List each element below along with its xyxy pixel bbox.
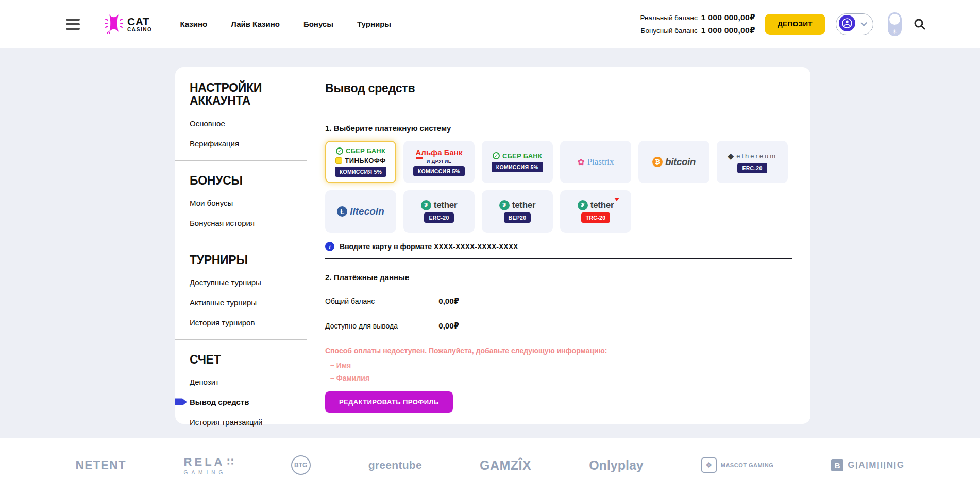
payment-method-tether-erc20[interactable]: tetherERC-20 <box>403 190 475 233</box>
bgaming-b-icon: B <box>831 459 843 471</box>
payment-method-litecoin[interactable]: litecoin <box>325 190 396 233</box>
balance-rows: Общий баланс0,00₽Доступно для вывода0,00… <box>325 292 460 336</box>
commission-badge: КОМИССИЯ 5% <box>335 167 387 177</box>
divider <box>175 160 307 161</box>
payment-method-sber-tinkoff[interactable]: СБЕР БАНКТИНЬКОФФКОМИССИЯ 5% <box>325 141 396 183</box>
balance-summary-row: Доступно для вывода0,00₽ <box>325 317 460 336</box>
sidebar: НАСТРОЙКИ АККАУНТАОсновноеВерификацияБОН… <box>175 67 325 424</box>
payment-method-alfa[interactable]: Альфа БанкИ ДРУГИЕКОМИССИЯ 5% <box>403 141 475 183</box>
sidebar-item-доступные-турниры[interactable]: Доступные турниры <box>190 278 325 287</box>
payment-method-sber[interactable]: СБЕР БАНККОМИССИЯ 5% <box>482 141 553 183</box>
sidebar-item-депозит[interactable]: Депозит <box>190 378 325 386</box>
balance-row: Бонусный баланс1 000 000,00₽ <box>636 24 755 37</box>
payment-method-ethereum[interactable]: ethereumERC-20 <box>717 141 788 183</box>
chevron-down-icon <box>860 20 867 26</box>
sidebar-item-история-транзакций[interactable]: История транзакций <box>190 418 325 427</box>
brand-tether-tron: tether <box>578 200 614 210</box>
edit-profile-button[interactable]: РЕДАКТИРОВАТЬ ПРОФИЛЬ <box>325 391 453 413</box>
main-nav: КазиноЛайв КазиноБонусыТурниры <box>180 20 392 28</box>
brand-label: Альфа Банк <box>416 148 463 157</box>
balance-summary-label: Доступно для вывода <box>325 322 398 330</box>
brand-label: ТИНЬКОФФ <box>345 157 385 165</box>
balance-value: 1 000 000,00₽ <box>701 13 755 22</box>
sidebar-item-мои-бонусы[interactable]: Мои бонусы <box>190 199 325 207</box>
sidebar-section-title: ТУРНИРЫ <box>190 254 305 267</box>
balance-summary-label: Общий баланс <box>325 297 375 305</box>
provider-logo-bgaming: BG|A|M|I|N|G <box>831 459 904 471</box>
search-icon[interactable] <box>913 18 926 31</box>
avatar-icon <box>839 15 855 34</box>
divider <box>325 110 792 110</box>
page-title: Вывод средств <box>325 81 792 95</box>
commission-badge: BEP20 <box>504 212 531 223</box>
provider-logo-greentube: greentube <box>368 459 422 471</box>
logo[interactable]: CAT CASINO <box>105 12 153 36</box>
sidebar-item-бонусная-история[interactable]: Бонусная история <box>190 219 325 227</box>
sidebar-item-верификация[interactable]: Верификация <box>190 139 325 148</box>
brand-label: tether <box>512 200 535 210</box>
deposit-button[interactable]: ДЕПОЗИТ <box>765 14 825 35</box>
nav-бонусы[interactable]: Бонусы <box>303 20 333 28</box>
nav-турниры[interactable]: Турниры <box>357 20 391 28</box>
providers-bar: NETENTRELA∷GAMINGBTGgreentubeGAMZÎXOnlyp… <box>0 438 980 492</box>
balance-row: Реальный баланс1 000 000,00₽ <box>636 11 755 24</box>
provider-logo-relax: RELA∷GAMING <box>184 455 233 475</box>
balance-summary-value: 0,00₽ <box>438 321 459 331</box>
missing-field-имя: Имя <box>330 361 792 369</box>
sun-icon: ☀ <box>888 29 902 35</box>
brand-label: tether <box>590 200 614 210</box>
brand-ethereum: ethereum <box>728 151 777 161</box>
menu-icon[interactable] <box>66 19 80 30</box>
litecoin-icon <box>337 206 347 217</box>
card-format-note: Вводите карту в формате XXXX-XXXX-XXXX-X… <box>325 242 792 251</box>
payment-method-tether-bep20[interactable]: tetherBEP20 <box>482 190 553 233</box>
payment-method-bitcoin[interactable]: bitcoin <box>638 141 709 183</box>
brand-bitcoin: bitcoin <box>652 156 696 168</box>
sidebar-section-title: СЧЕТ <box>190 353 305 366</box>
info-text: Вводите карту в формате XXXX-XXXX-XXXX-X… <box>340 242 518 251</box>
logo-text-casino: CASINO <box>127 27 153 32</box>
tile-subtext: И ДРУГИЕ <box>427 159 451 164</box>
provider-logo-netent: NETENT <box>76 458 126 472</box>
brand-label: СБЕР БАНК <box>346 147 385 155</box>
top-bar: CAT CASINO КазиноЛайв КазиноБонусыТурнир… <box>0 0 980 48</box>
ethereum-icon <box>728 151 734 161</box>
brand-piastrix: Piastrix <box>577 157 614 168</box>
brand-label: bitcoin <box>665 156 696 168</box>
commission-badge: ERC-20 <box>424 212 453 223</box>
provider-logo-btg: BTG <box>291 455 311 475</box>
brand-sber: СБЕР БАНК <box>493 152 542 160</box>
info-icon <box>325 242 334 251</box>
btg-emblem-icon: BTG <box>291 455 311 475</box>
missing-field-фамилия: Фамилия <box>330 374 792 382</box>
sber-icon <box>493 152 500 159</box>
brand-label: litecoin <box>350 206 384 217</box>
sidebar-item-вывод-средств[interactable]: Вывод средств <box>190 398 325 406</box>
provider-logo-onlyplay: Onlyplay <box>589 458 644 473</box>
active-marker-icon <box>175 398 187 405</box>
sidebar-section-title: БОНУСЫ <box>190 174 305 187</box>
commission-badge: TRC-20 <box>581 212 611 223</box>
nav-лайв-казино[interactable]: Лайв Казино <box>231 20 280 28</box>
brand-alfa: Альфа Банк <box>416 148 463 157</box>
brand-label: tether <box>434 200 457 210</box>
sidebar-item-активные-турниры[interactable]: Активные турниры <box>190 298 325 307</box>
brand-sber: СБЕР БАНК <box>336 147 385 155</box>
sidebar-item-история-турниров[interactable]: История турниров <box>190 318 325 327</box>
payment-methods: СБЕР БАНКТИНЬКОФФКОМИССИЯ 5%Альфа БанкИ … <box>325 141 792 233</box>
toggle-knob <box>889 14 900 25</box>
nav-казино[interactable]: Казино <box>180 20 208 28</box>
balance-block: Реальный баланс1 000 000,00₽Бонусный бал… <box>636 11 755 37</box>
profile-menu[interactable] <box>836 13 873 35</box>
withdrawal-panel: Вывод средств 1. Выберите платежную сист… <box>325 67 810 424</box>
tether-icon <box>499 200 510 210</box>
balance-label: Реальный баланс <box>640 14 697 22</box>
sidebar-item-основное[interactable]: Основное <box>190 119 325 128</box>
payment-method-piastrix[interactable]: Piastrix <box>560 141 631 183</box>
commission-badge: КОМИССИЯ 5% <box>413 166 465 176</box>
piastrix-icon <box>577 157 584 168</box>
payment-method-tether-trc20[interactable]: tetherTRC-20 <box>560 190 631 233</box>
brand-label: Piastrix <box>587 157 614 167</box>
relax-dots-icon: ∷ <box>227 456 233 468</box>
theme-toggle[interactable]: ☀ <box>888 12 902 36</box>
